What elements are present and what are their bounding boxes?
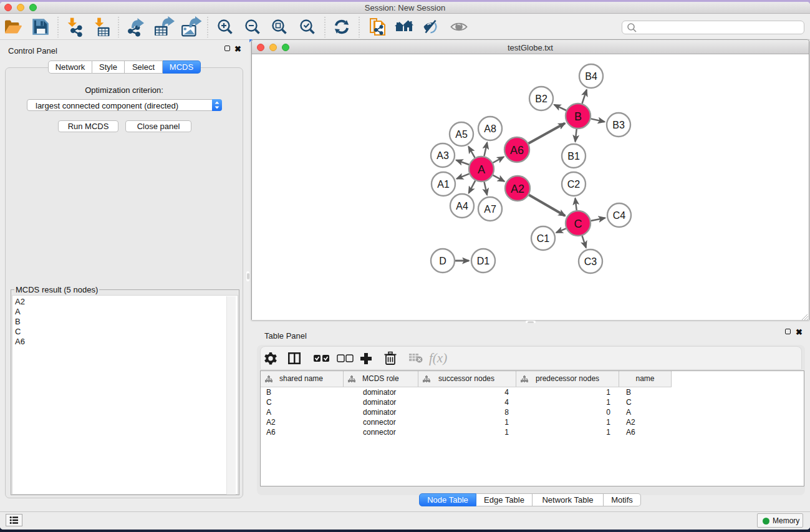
svg-text:A8: A8 [484, 123, 496, 134]
svg-text:C: C [574, 218, 582, 230]
svg-text:A6: A6 [510, 144, 524, 157]
svg-text:A2: A2 [511, 183, 524, 195]
svg-text:A: A [478, 163, 485, 176]
svg-text:C1: C1 [537, 233, 550, 244]
svg-text:A1: A1 [437, 179, 450, 190]
svg-text:C3: C3 [584, 256, 597, 267]
svg-text:B3: B3 [612, 120, 625, 130]
svg-text:A7: A7 [484, 204, 496, 215]
svg-text:D1: D1 [477, 256, 490, 266]
svg-text:B2: B2 [535, 94, 547, 104]
svg-text:B: B [574, 110, 582, 123]
svg-text:A3: A3 [436, 150, 449, 161]
svg-text:C2: C2 [567, 179, 581, 190]
svg-text:B4: B4 [585, 71, 597, 82]
svg-text:B1: B1 [567, 151, 580, 162]
svg-text:C4: C4 [613, 210, 626, 221]
svg-text:f(x): f(x) [429, 351, 447, 365]
svg-text:A5: A5 [455, 129, 468, 140]
svg-text:D: D [439, 256, 446, 266]
svg-text:A4: A4 [456, 201, 468, 211]
